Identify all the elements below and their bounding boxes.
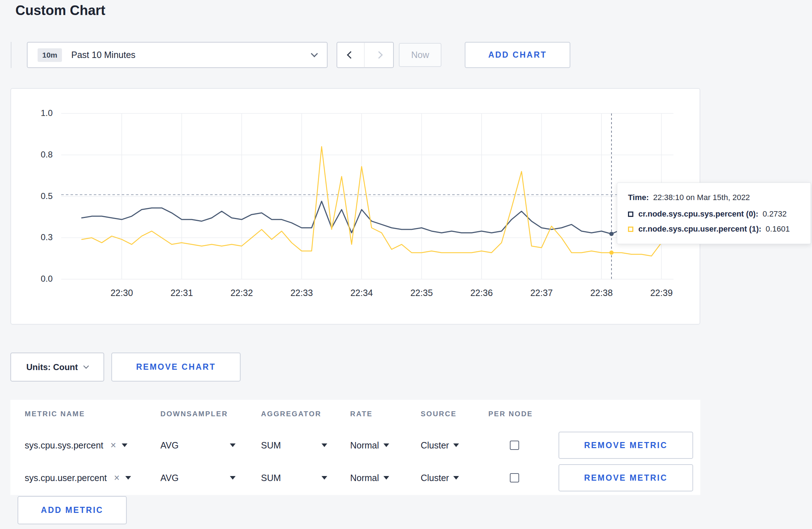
x-tick-label: 22:35 (400, 288, 443, 298)
units-label: Units: Count (26, 362, 78, 372)
remove-chart-button[interactable]: REMOVE CHART (111, 353, 241, 382)
add-metric-button[interactable]: ADD METRIC (18, 496, 127, 524)
caret-down-icon (125, 476, 131, 480)
chart-tooltip: Time:22:38:10 on Mar 15th, 2022 cr.node.… (617, 183, 811, 244)
y-tick-label: 0.0 (41, 274, 53, 284)
source-select[interactable]: Cluster (421, 462, 459, 494)
caret-down-icon (122, 443, 127, 447)
page-title: Custom Chart (15, 3, 105, 18)
x-tick-label: 22:38 (580, 288, 623, 298)
caret-down-icon (230, 443, 236, 447)
series-line (82, 201, 671, 234)
chevron-down-icon (311, 50, 318, 57)
table-row: sys.cpu.user.percent × AVG SUM Normal Cl… (10, 462, 700, 494)
y-tick-label: 0.5 (41, 191, 53, 201)
x-tick-label: 22:39 (640, 288, 683, 298)
chart-svg[interactable] (61, 113, 673, 279)
time-range-dropdown[interactable]: 10m Past 10 Minutes (27, 42, 328, 68)
source-select[interactable]: Cluster (421, 429, 459, 461)
column-header-aggregator: AGGREGATOR (261, 410, 322, 418)
add-chart-button[interactable]: ADD CHART (465, 42, 570, 68)
tooltip-swatch (628, 227, 633, 232)
metrics-table: METRIC NAME DOWNSAMPLER AGGREGATOR RATE … (10, 400, 700, 495)
caret-down-icon (322, 443, 327, 447)
x-tick-label: 22:32 (220, 288, 263, 298)
tooltip-time-row: Time:22:38:10 on Mar 15th, 2022 (628, 193, 800, 202)
column-header-metric-name: METRIC NAME (25, 410, 85, 418)
custom-chart-page: Custom Chart 10m Past 10 Minutes Now ADD… (0, 0, 812, 529)
caret-down-icon (322, 476, 327, 480)
source-value: Cluster (421, 440, 449, 451)
column-header-source: SOURCE (421, 410, 457, 418)
per-node-checkbox[interactable] (510, 441, 519, 450)
tooltip-series-row: cr.node.sys.cpu.sys.percent (0): 0.2732 (628, 209, 800, 219)
y-tick-label: 0.3 (41, 232, 53, 242)
tooltip-time-value: 22:38:10 on Mar 15th, 2022 (653, 193, 750, 202)
metric-name-select[interactable]: sys.cpu.sys.percent × (25, 429, 127, 461)
time-range-badge: 10m (38, 48, 62, 62)
x-tick-label: 22:34 (340, 288, 383, 298)
y-tick-label: 1.0 (41, 108, 53, 118)
caret-down-icon (383, 443, 389, 447)
column-header-per-node: PER NODE (488, 410, 533, 418)
hover-dot (609, 251, 614, 255)
metric-name-value: sys.cpu.user.percent (25, 473, 107, 483)
units-dropdown[interactable]: Units: Count (10, 353, 104, 382)
toolbar-divider (11, 42, 11, 68)
aggregator-select[interactable]: SUM (261, 462, 327, 494)
now-button[interactable]: Now (399, 43, 441, 67)
tooltip-series-label: cr.node.sys.cpu.user.percent (1): (638, 224, 762, 234)
downsampler-select[interactable]: AVG (160, 462, 236, 494)
column-header-rate: RATE (350, 410, 373, 418)
hover-dot (609, 232, 614, 236)
y-axis-labels: 0.00.30.50.81.0 (11, 89, 56, 324)
series-line (82, 147, 671, 256)
downsampler-select[interactable]: AVG (160, 429, 236, 461)
chart-card: 0.00.30.50.81.0 22:3022:3122:3222:3322:3… (10, 88, 700, 325)
rate-select[interactable]: Normal (350, 429, 389, 461)
x-tick-label: 22:30 (100, 288, 143, 298)
tooltip-series-row: cr.node.sys.cpu.user.percent (1): 0.1601 (628, 224, 800, 234)
per-node-checkbox[interactable] (510, 473, 519, 482)
x-tick-label: 22:31 (160, 288, 203, 298)
chevron-down-icon (83, 363, 89, 369)
caret-down-icon (453, 476, 459, 480)
aggregator-select[interactable]: SUM (261, 429, 327, 461)
x-tick-label: 22:37 (520, 288, 563, 298)
x-tick-label: 22:36 (460, 288, 503, 298)
caret-down-icon (453, 443, 459, 447)
tooltip-series-value: 0.1601 (766, 224, 790, 234)
source-value: Cluster (421, 473, 449, 483)
clear-icon[interactable]: × (111, 440, 116, 451)
table-row: sys.cpu.sys.percent × AVG SUM Normal Clu… (10, 429, 700, 461)
metric-name-value: sys.cpu.sys.percent (25, 440, 103, 451)
remove-metric-button[interactable]: REMOVE METRIC (559, 464, 693, 491)
time-range-label: Past 10 Minutes (71, 50, 135, 60)
tooltip-series-label: cr.node.sys.cpu.sys.percent (0): (638, 209, 758, 219)
caret-down-icon (230, 476, 236, 480)
aggregator-value: SUM (261, 473, 281, 483)
caret-down-icon (383, 476, 389, 480)
metric-name-select[interactable]: sys.cpu.user.percent × (25, 462, 131, 494)
rate-value: Normal (350, 473, 379, 483)
remove-metric-button[interactable]: REMOVE METRIC (559, 432, 693, 459)
tooltip-series-value: 0.2732 (763, 209, 787, 219)
downsampler-value: AVG (160, 440, 179, 451)
y-tick-label: 0.8 (41, 150, 53, 160)
clear-icon[interactable]: × (114, 472, 120, 484)
chevron-left-icon (347, 51, 354, 59)
column-header-downsampler: DOWNSAMPLER (160, 410, 228, 418)
tooltip-time-label: Time: (628, 193, 649, 202)
aggregator-value: SUM (261, 440, 281, 451)
chevron-right-icon (375, 51, 382, 59)
tooltip-swatch (628, 212, 633, 217)
x-tick-label: 22:33 (280, 288, 323, 298)
prev-range-button[interactable] (337, 42, 365, 68)
next-range-button[interactable] (364, 42, 394, 68)
rate-select[interactable]: Normal (350, 462, 389, 494)
downsampler-value: AVG (160, 473, 179, 483)
rate-value: Normal (350, 440, 379, 451)
